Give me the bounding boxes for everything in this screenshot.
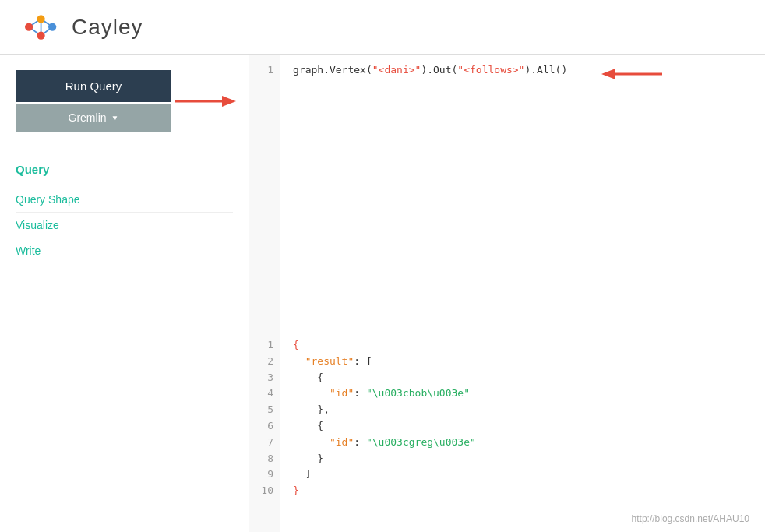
code-arrow [601, 62, 664, 86]
svg-point-6 [37, 15, 44, 23]
dropdown-arrow-icon: ▼ [111, 114, 119, 122]
result-area: 1 2 3 4 5 6 7 8 9 10 { "result": [ { "id… [249, 329, 765, 532]
result-line-6: { [293, 418, 753, 435]
result-line-7: "id": "\u003cgreg\u003e" [293, 435, 753, 451]
svg-marker-10 [222, 96, 236, 107]
svg-marker-12 [601, 69, 615, 79]
result-line-8: } [293, 451, 753, 467]
result-line-3: { [293, 370, 753, 386]
code-editor[interactable]: 1 graph.Vertex("<dani>").Out("<follows>"… [249, 55, 765, 329]
gremlin-button[interactable]: Gremlin ▼ [16, 104, 171, 132]
result-line-1: { [293, 337, 753, 354]
result-line-10: } [293, 483, 753, 499]
editor-code-content: graph.Vertex("<dani>").Out("<follows>").… [280, 55, 765, 329]
run-query-button[interactable]: Run Query [16, 70, 171, 102]
result-line-4: "id": "\u003cbob\u003e" [293, 386, 753, 402]
run-query-arrow [175, 90, 238, 113]
header: Cayley [0, 0, 765, 55]
main-layout: Run Query Gremlin ▼ Query Query Shape Vi… [0, 55, 765, 532]
cayley-logo [16, 8, 62, 47]
svg-point-7 [48, 23, 56, 30]
result-line-numbers: 1 2 3 4 5 6 7 8 9 10 [249, 329, 280, 532]
result-line-2: "result": [ [293, 354, 753, 370]
svg-point-8 [37, 31, 44, 39]
svg-point-5 [25, 23, 33, 30]
app-title: Cayley [72, 15, 143, 40]
content-area: 1 graph.Vertex("<dani>").Out("<follows>"… [249, 55, 765, 532]
code-line-1: graph.Vertex("<dani>").Out("<follows>").… [293, 62, 753, 79]
result-line-9: ] [293, 467, 753, 483]
gremlin-label: Gremlin [69, 111, 107, 124]
result-line-5: }, [293, 402, 753, 418]
sidebar-buttons: Run Query Gremlin ▼ [0, 70, 249, 147]
sidebar-item-write[interactable]: Write [16, 238, 233, 263]
nav-title: Query [16, 163, 233, 176]
editor-line-numbers: 1 [249, 55, 280, 329]
result-content: { "result": [ { "id": "\u003cbob\u003e" … [280, 329, 765, 532]
sidebar-item-visualize[interactable]: Visualize [16, 213, 233, 238]
sidebar: Run Query Gremlin ▼ Query Query Shape Vi… [0, 55, 249, 532]
nav-section: Query Query Shape Visualize Write [0, 147, 249, 271]
logo-container: Cayley [16, 8, 143, 47]
watermark: http://blog.csdn.net/AHAU10 [632, 513, 749, 524]
sidebar-item-query-shape[interactable]: Query Shape [16, 187, 233, 213]
